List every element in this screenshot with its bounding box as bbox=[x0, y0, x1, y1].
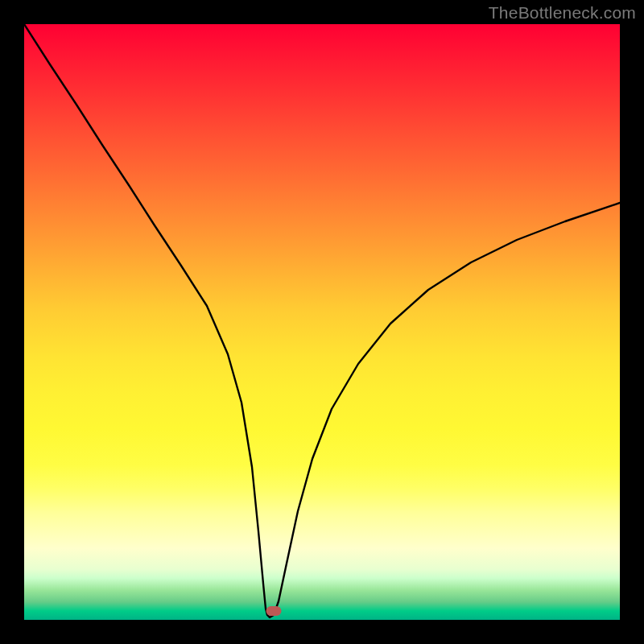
bottleneck-curve bbox=[24, 24, 620, 620]
chart-plot-area bbox=[24, 24, 620, 620]
watermark-text: TheBottleneck.com bbox=[489, 3, 636, 23]
curve-path bbox=[24, 24, 620, 617]
optimal-point-marker bbox=[266, 606, 282, 616]
